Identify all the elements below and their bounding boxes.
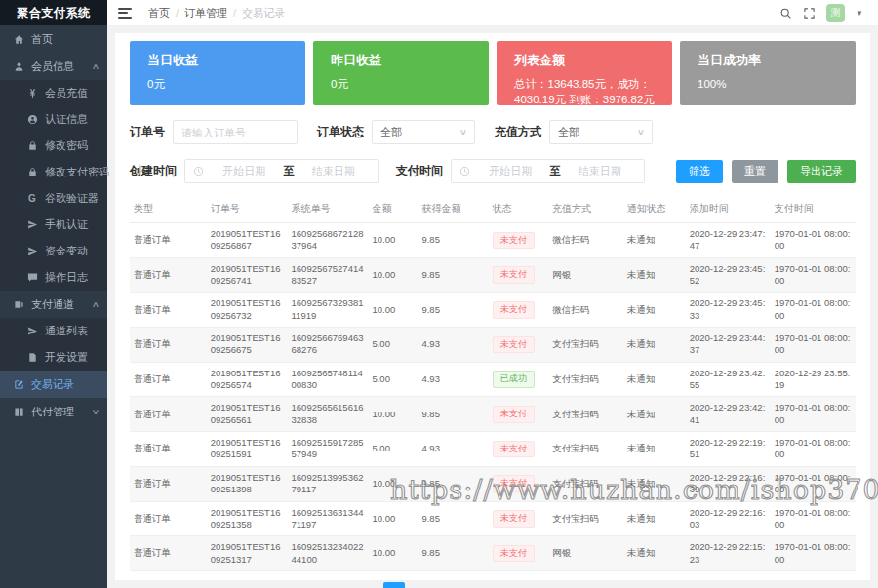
page-button-36[interactable]: 36 xyxy=(581,582,603,588)
comment-icon xyxy=(26,272,38,284)
order-no-input[interactable] xyxy=(173,120,298,144)
sidebar-item-13[interactable]: 交易记录 xyxy=(0,371,107,398)
pay-time-label: 支付时间 xyxy=(396,163,443,179)
menu-toggle-icon[interactable] xyxy=(118,8,132,19)
method-cell: 微信扫码 xyxy=(548,293,623,328)
received-cell: 4.93 xyxy=(418,328,488,363)
sidebar-item-0[interactable]: 首页 xyxy=(0,25,107,53)
sidebar-item-label: 操作日志 xyxy=(45,270,88,285)
method-cell: 网银 xyxy=(548,257,623,293)
breadcrumb-item-0[interactable]: 首页 xyxy=(148,6,170,20)
start-date-placeholder: 开始日期 xyxy=(208,164,281,178)
end-date-placeholder: 结束日期 xyxy=(298,164,371,178)
yen-icon xyxy=(26,88,38,99)
page-button-5[interactable]: 5 xyxy=(497,582,518,588)
added-time-cell: 2020-12-29 22:16:39 xyxy=(686,466,771,501)
paid-time-cell: 2020-12-29 23:55:19 xyxy=(771,362,856,397)
fullscreen-icon[interactable] xyxy=(803,7,816,20)
sidebar-item-label: 资金变动 xyxy=(45,244,88,258)
stat-card-title: 当日收益 xyxy=(147,52,294,69)
paid-time-cell: 1970-01-01 08:00:00 xyxy=(771,223,856,258)
status-cell: 未支付 xyxy=(489,293,549,328)
page-button-6[interactable]: 6 xyxy=(525,582,546,588)
sidebar-item-12[interactable]: 开发设置 xyxy=(0,344,107,371)
sidebar-item-14[interactable]: 代付管理∨ xyxy=(0,398,107,425)
sidebar-item-label: 认证信息 xyxy=(45,112,88,127)
received-cell: 9.85 xyxy=(418,257,488,293)
page-button-1[interactable]: 1 xyxy=(383,582,405,588)
amount-cell: 5.00 xyxy=(368,362,418,397)
sidebar-item-5[interactable]: 修改支付密码 xyxy=(0,159,107,185)
sidebar-item-label: 修改密码 xyxy=(45,138,88,153)
paid-time-cell: 1970-01-01 08:00:00 xyxy=(771,293,856,328)
breadcrumb-item-1[interactable]: 订单管理 xyxy=(184,6,227,20)
lock-icon xyxy=(26,167,38,178)
table-row: 普通订单2019051TEST1609251398160925139953627… xyxy=(130,466,856,501)
table-row: 普通订单2019051TEST1609251358160925136313447… xyxy=(130,501,856,536)
sidebar-item-2[interactable]: 会员充值 xyxy=(0,80,107,106)
page-button-3[interactable]: 3 xyxy=(440,582,461,588)
avatar[interactable]: 测 xyxy=(826,4,845,22)
sidebar-item-label: 支付通道 xyxy=(31,297,74,312)
prev-page-button[interactable]: ‹ xyxy=(355,582,377,588)
sidebar-item-9[interactable]: 操作日志 xyxy=(0,264,107,291)
system-no-cell: 1609256676946368276 xyxy=(288,328,369,363)
export-button[interactable]: 导出记录 xyxy=(787,160,856,183)
sidebar-item-label: 代付管理 xyxy=(31,405,74,419)
next-page-button[interactable]: › xyxy=(610,582,631,588)
sidebar-item-6[interactable]: G谷歌验证器 xyxy=(0,185,107,212)
stat-card-value: 100% xyxy=(698,76,844,92)
sidebar-item-8[interactable]: 资金变动 xyxy=(0,238,107,264)
column-header-0: 类型 xyxy=(130,195,207,223)
sidebar-item-label: 修改支付密码 xyxy=(45,165,109,179)
filter-buttons: 筛选 重置 导出记录 xyxy=(676,160,856,183)
stat-card-value: 0元 xyxy=(147,76,294,92)
stat-card-title: 昨日收益 xyxy=(331,52,477,69)
sidebar-item-7[interactable]: 手机认证 xyxy=(0,212,107,238)
filter-button[interactable]: 筛选 xyxy=(676,160,723,183)
clock-icon xyxy=(193,166,204,176)
notify-cell: 未通知 xyxy=(623,432,686,467)
table-row: 普通订单2019051TEST1609251591160925159172855… xyxy=(130,432,856,467)
chevron-down-icon: ∨ xyxy=(92,408,100,416)
stat-card-1: 昨日收益0元 xyxy=(313,41,489,105)
type-cell: 普通订单 xyxy=(130,223,207,258)
sidebar-item-11[interactable]: 通道列表 xyxy=(0,318,107,344)
status-badge: 未支付 xyxy=(493,545,535,563)
sidebar-item-1[interactable]: 会员信息∧ xyxy=(0,53,107,80)
id-card-icon xyxy=(26,114,38,126)
type-cell: 普通订单 xyxy=(130,536,207,571)
sidebar-menu: 首页会员信息∧会员充值认证信息修改密码修改支付密码G谷歌验证器手机认证资金变动操… xyxy=(0,25,107,425)
order-status-select[interactable]: 全部 ∨ xyxy=(372,120,475,144)
create-time-range[interactable]: 开始日期 至 结束日期 xyxy=(184,159,379,183)
pay-time-range[interactable]: 开始日期 至 结束日期 xyxy=(451,159,645,183)
reset-button[interactable]: 重置 xyxy=(732,160,778,183)
sidebar-item-3[interactable]: 认证信息 xyxy=(0,106,107,133)
table-body: 普通订单2019051TEST1609256867160925686721283… xyxy=(130,223,856,571)
status-badge: 未支付 xyxy=(493,475,535,492)
send-icon xyxy=(26,326,38,337)
method-label: 充值方式 xyxy=(495,124,541,140)
chevron-up-icon: ∧ xyxy=(92,62,100,71)
method-select[interactable]: 全部 ∨ xyxy=(549,120,653,144)
caret-down-icon[interactable]: ▼ xyxy=(856,9,863,18)
search-icon[interactable] xyxy=(779,7,792,20)
added-time-cell: 2020-12-29 23:47:47 xyxy=(686,223,771,258)
method-cell: 支付宝扫码 xyxy=(548,466,623,501)
end-date-placeholder: 结束日期 xyxy=(564,164,637,178)
column-header-5: 状态 xyxy=(489,195,549,223)
sidebar-item-label: 谷歌验证器 xyxy=(45,191,99,206)
content-area: 当日收益0元昨日收益0元列表金额总计：13643.85元，成功：4030.19元… xyxy=(107,26,878,588)
sidebar-item-4[interactable]: 修改密码 xyxy=(0,133,107,159)
status-cell: 未支付 xyxy=(489,432,549,467)
select-caret-icon: ∨ xyxy=(459,128,468,137)
status-badge: 未支付 xyxy=(493,510,535,528)
doc-icon xyxy=(26,352,38,364)
page-button-2[interactable]: 2 xyxy=(412,582,433,588)
sidebar-item-10[interactable]: 支付通道∧ xyxy=(0,291,107,318)
clock-icon xyxy=(459,166,470,176)
status-badge: 已成功 xyxy=(493,371,535,388)
page-button-4[interactable]: 4 xyxy=(468,582,490,588)
status-cell: 未支付 xyxy=(489,223,549,258)
status-badge: 未支付 xyxy=(493,232,535,250)
